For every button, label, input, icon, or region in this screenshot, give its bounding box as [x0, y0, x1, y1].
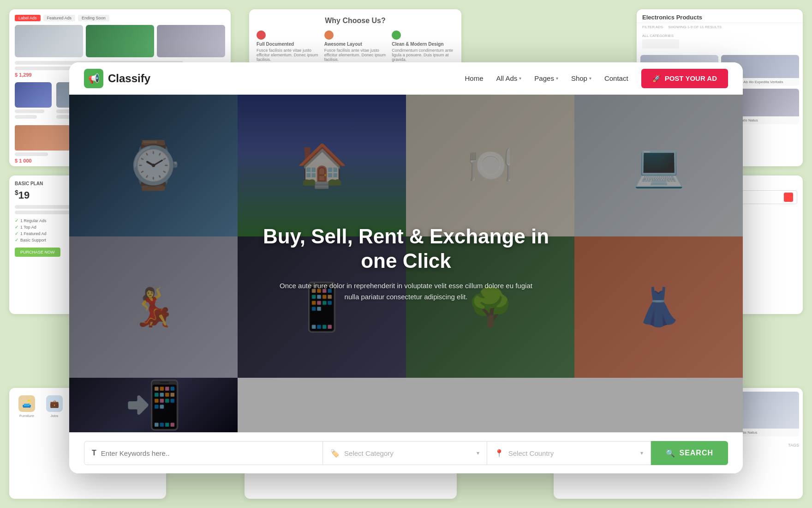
keyword-type-icon: T	[92, 449, 96, 457]
bg-tab-row: Label Ads Featured Ads Ending Soon	[15, 15, 225, 21]
bg-check-2: ✓	[15, 224, 18, 230]
bg-why-icon-2	[324, 30, 334, 40]
search-icon: 🔍	[666, 449, 675, 458]
bg-why-col-3: Clean & Modern Design Condimentum condim…	[392, 30, 454, 62]
category-tag-icon: 🏷️	[330, 449, 340, 458]
bg-furniture-img	[15, 125, 70, 151]
bg-why-col-title-3: Clean & Modern Design	[392, 42, 454, 47]
bg-tab-label-ads: Label Ads	[15, 15, 41, 21]
bg-check-4: ✓	[15, 237, 18, 242]
logo-area: 📢 Classify	[84, 69, 150, 88]
search-keyword-input[interactable]	[101, 449, 315, 457]
nav-link-all-ads[interactable]: All Ads ▾	[496, 74, 521, 82]
bg-check-3: ✓	[15, 231, 18, 236]
main-modal: 📢 Classify Home All Ads ▾ Pages ▾ Shop ▾…	[69, 62, 743, 473]
bg-cat-icon-furniture-label: Furniture	[19, 414, 34, 418]
category-chevron-icon: ▾	[477, 450, 479, 456]
nav-link-shop[interactable]: Shop ▾	[571, 74, 591, 82]
nav-link-pages[interactable]: Pages ▾	[534, 74, 558, 82]
chevron-down-icon-shop: ▾	[589, 76, 591, 81]
bg-why-col-1: Full Documented Fusce facilisis ante vit…	[257, 30, 319, 62]
nav-link-contact[interactable]: Contact	[604, 74, 628, 82]
search-country-dropdown[interactable]: 📍 Select Country ▾	[487, 441, 651, 465]
navbar: 📢 Classify Home All Ads ▾ Pages ▾ Shop ▾…	[69, 62, 743, 95]
bg-check-1: ✓	[15, 218, 18, 223]
chevron-down-icon-pages: ▾	[556, 76, 558, 81]
bg-price-2: $ 1 000	[15, 158, 70, 163]
bg-filter-label-1: ALL CATEGORIES	[642, 34, 679, 38]
bg-text-3	[15, 109, 44, 113]
bg-search-btn-icon	[784, 193, 793, 202]
bg-house-img	[15, 82, 52, 108]
chevron-down-icon-all-ads: ▾	[519, 76, 521, 81]
bg-why-icon-3	[392, 30, 401, 40]
bg-text-4	[15, 115, 37, 119]
bg-text-9	[15, 152, 48, 156]
bg-filter-row: ALL CATEGORIES	[637, 31, 803, 51]
bg-filter-col-1: ALL CATEGORIES	[642, 34, 679, 48]
search-country-label: Select Country	[508, 449, 554, 457]
hero-title: Buy, Sell, Rent & Exchange in one Click	[245, 224, 567, 273]
bg-cat-icon-furniture: 🛋️ Furniture	[18, 395, 35, 418]
search-keyword-field[interactable]: T	[84, 441, 323, 465]
bg-mini-laptop	[15, 25, 83, 57]
search-category-content: 🏷️ Select Category	[330, 449, 394, 458]
bg-cat-icon-jobs-circle: 💼	[46, 395, 63, 412]
bg-tab-featured-ads: Featured Ads	[43, 15, 76, 21]
hero-subtitle: Once aute irure dolor in reprehenderit i…	[277, 280, 535, 302]
bg-why-cols: Full Documented Fusce facilisis ante vit…	[257, 30, 454, 62]
nav-link-home[interactable]: Home	[465, 74, 483, 82]
bg-why-col-2: Awesome Layout Fusce facilisis ante vita…	[324, 30, 387, 62]
search-bar: T 🏷️ Select Category ▾ 📍 Select Country …	[69, 432, 743, 473]
hero-section: 💻 Buy, Sell, Rent & Exchange in one Clic…	[69, 95, 743, 432]
search-category-dropdown[interactable]: 🏷️ Select Category ▾	[323, 441, 487, 465]
bg-purchase-btn[interactable]: PURCHASE NOW	[15, 248, 60, 257]
bg-mini-watch	[86, 25, 154, 57]
bg-electronics-title: Electronics Products	[637, 9, 803, 23]
post-ad-button[interactable]: 🚀 POST YOUR AD	[641, 69, 728, 88]
logo-text: Classify	[108, 72, 150, 85]
country-pin-icon: 📍	[495, 449, 504, 458]
bg-electronics-sub: FILTER ADS SHOWING 1-9 OF 11 RESULTS	[637, 23, 803, 31]
bg-cat-icon-jobs-label: Jobs	[50, 414, 58, 418]
rocket-icon: 🚀	[652, 74, 661, 83]
search-country-content: 📍 Select Country	[495, 449, 554, 458]
hero-overlay: Buy, Sell, Rent & Exchange in one Click …	[69, 95, 743, 432]
search-button[interactable]: 🔍 SEARCH	[651, 441, 728, 465]
bg-filter-box-1	[642, 39, 679, 48]
megaphone-icon: 📢	[88, 73, 100, 84]
logo-icon: 📢	[84, 69, 103, 88]
bg-cat-icon-furniture-circle: 🛋️	[18, 395, 35, 412]
search-category-label: Select Category	[344, 449, 394, 457]
bg-tab-ending-soon: Ending Soon	[78, 15, 109, 21]
bg-why-title: Why Choose Us?	[257, 17, 454, 25]
bg-mini-img-row	[15, 25, 225, 57]
bg-cat-icon-jobs: 💼 Jobs	[46, 395, 63, 418]
bg-mini-shoes	[157, 25, 225, 57]
country-chevron-icon: ▾	[640, 450, 643, 456]
nav-links: Home All Ads ▾ Pages ▾ Shop ▾ Contact	[465, 74, 628, 82]
bg-why-icon-1	[257, 30, 266, 40]
bg-why-col-title-2: Awesome Layout	[324, 42, 387, 47]
bg-why-col-title-1: Full Documented	[257, 42, 319, 47]
